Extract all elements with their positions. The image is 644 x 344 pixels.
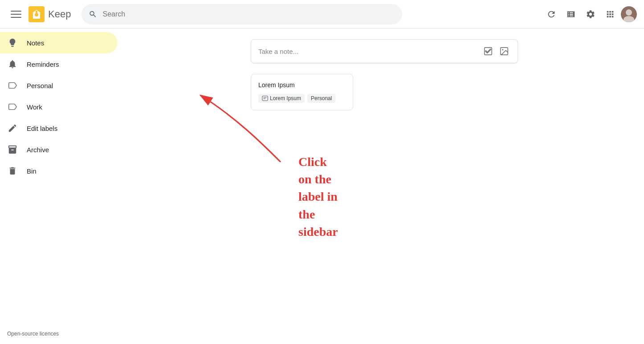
trash-icon: [7, 166, 18, 176]
refresh-button[interactable]: [542, 5, 560, 23]
archive-icon: [7, 144, 18, 155]
svg-point-7: [626, 9, 632, 16]
avatar-image: [621, 6, 637, 22]
sidebar-item-notes[interactable]: Notes: [0, 32, 118, 53]
sidebar-notes-label: Notes: [27, 39, 44, 47]
sidebar-archive-label: Archive: [27, 146, 49, 154]
sidebar-item-bin[interactable]: Bin: [0, 160, 118, 182]
svg-rect-11: [262, 96, 268, 101]
svg-point-10: [502, 49, 503, 50]
pencil-icon: [7, 123, 18, 134]
settings-icon: [586, 9, 595, 19]
sidebar-work-label: Work: [27, 103, 42, 111]
svg-rect-1: [11, 14, 21, 15]
sidebar-item-personal[interactable]: Personal: [0, 75, 118, 96]
app-title: Keep: [48, 8, 71, 20]
note-tag-lorem-ipsum-label: Lorem Ipsum: [270, 95, 301, 101]
search-bar[interactable]: [82, 4, 402, 24]
annotation-line1: Click on the: [298, 153, 338, 188]
main-content: Take a note... Lorem Ip: [125, 28, 644, 344]
apps-button[interactable]: [601, 5, 619, 23]
sidebar-bin-label: Bin: [27, 167, 37, 175]
layout-icon: [566, 9, 576, 19]
sidebar-item-edit-labels[interactable]: Edit labels: [0, 117, 118, 139]
note-tag-personal[interactable]: Personal: [307, 94, 335, 103]
menu-icon: [11, 9, 21, 20]
svg-rect-5: [36, 11, 37, 13]
add-checkbox-button[interactable]: [482, 45, 494, 57]
keep-logo-icon: [29, 6, 45, 22]
checkbox-icon: [483, 46, 493, 56]
open-source-footer[interactable]: Open-source licences: [0, 327, 125, 340]
note-tag-lorem-ipsum[interactable]: Lorem Ipsum: [258, 94, 305, 103]
lightbulb-icon: [7, 37, 18, 48]
note-tags: Lorem Ipsum Personal: [258, 94, 346, 103]
note-tag-personal-label: Personal: [311, 95, 332, 101]
annotation-line3: sidebar: [298, 223, 338, 240]
sidebar-item-work[interactable]: Work: [0, 96, 118, 117]
sidebar-item-archive[interactable]: Archive: [0, 139, 118, 160]
settings-button[interactable]: [582, 5, 599, 23]
sidebar-edit-labels-label: Edit labels: [27, 125, 57, 132]
svg-point-4: [35, 13, 38, 16]
header-actions: [542, 5, 637, 23]
apps-icon: [605, 9, 615, 19]
user-avatar[interactable]: [621, 6, 637, 22]
take-note-bar[interactable]: Take a note...: [251, 39, 518, 63]
label-personal-icon: [7, 80, 18, 91]
image-icon: [499, 46, 509, 56]
note-title: Lorem Ipsum: [258, 81, 346, 89]
notes-grid: Lorem Ipsum Lorem Ipsum Personal: [139, 74, 630, 110]
annotation-text: Click on the label in the sidebar: [298, 153, 338, 240]
sidebar-reminders-label: Reminders: [27, 61, 59, 68]
add-image-button[interactable]: [498, 45, 510, 57]
note-bar-actions: [482, 45, 510, 57]
annotation-line2: label in the: [298, 188, 338, 223]
note-card[interactable]: Lorem Ipsum Lorem Ipsum Personal: [251, 74, 353, 110]
svg-rect-2: [11, 17, 21, 18]
menu-button[interactable]: [7, 5, 25, 23]
app-body: Notes Reminders Personal: [0, 28, 644, 344]
tag-note-icon: [262, 95, 268, 101]
search-input[interactable]: [102, 10, 395, 18]
sidebar-item-reminders[interactable]: Reminders: [0, 53, 118, 75]
take-note-placeholder: Take a note...: [258, 48, 482, 55]
sidebar-personal-label: Personal: [27, 82, 53, 89]
label-work-icon: [7, 101, 18, 112]
svg-rect-0: [11, 11, 21, 12]
app-header: Keep: [0, 0, 644, 28]
search-icon: [89, 10, 97, 19]
app-logo[interactable]: Keep: [29, 6, 71, 22]
sidebar: Notes Reminders Personal: [0, 28, 125, 344]
layout-toggle-button[interactable]: [562, 5, 580, 23]
bell-icon: [7, 59, 18, 69]
refresh-icon: [546, 9, 556, 19]
